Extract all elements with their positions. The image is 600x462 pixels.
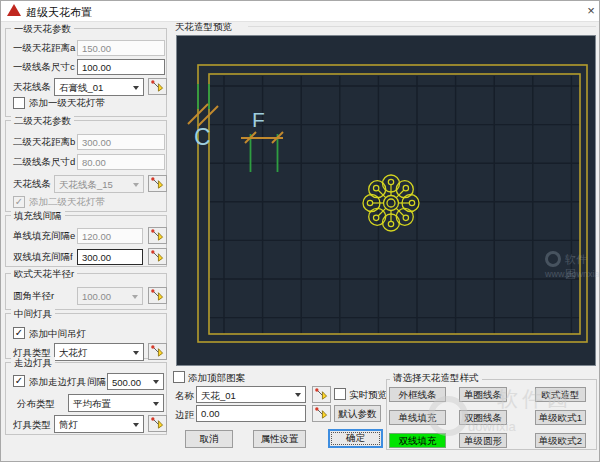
group-title: 走边灯具 (11, 357, 55, 370)
level2-distance-label: 二级天花距离b (13, 136, 75, 149)
center-light-checkbox[interactable] (13, 327, 25, 339)
level1-strip-label: 添加一级天花灯带 (29, 97, 105, 110)
pick-point-icon (150, 177, 165, 190)
level1-strip-checkbox[interactable] (13, 97, 25, 109)
combo-value: 平均布置 (73, 398, 111, 409)
level2-size-label: 二级线条尺寸d (13, 156, 75, 169)
combo-value: 天花_01 (201, 390, 236, 401)
ceiling-preview-canvas: C F 软件园 www.downxia (176, 35, 596, 366)
level2-size-field: 80.00 (77, 154, 165, 170)
edge-light-pick-button[interactable] (148, 415, 167, 432)
level1-distance-label: 一级天花距离a (13, 42, 75, 55)
edge-light-add-label: 添加走边灯具 (29, 376, 86, 389)
level1-distance-field: 150.00 (77, 40, 165, 56)
chevron-down-icon (153, 402, 159, 406)
pick-point-icon (150, 417, 165, 430)
chevron-down-icon (133, 86, 139, 90)
chevron-down-icon (133, 351, 139, 355)
center-light-pick-button[interactable] (148, 343, 167, 360)
pattern-name-label: 名称 (175, 390, 194, 403)
fill-double-pick-button[interactable] (148, 248, 167, 265)
properties-button[interactable]: 属性设置 (253, 430, 306, 448)
style-button-level1-euro2[interactable]: 单级欧式2 (535, 433, 586, 448)
style-button-outer-frame[interactable]: 外框线条 (389, 387, 446, 402)
edge-light-dist-combo[interactable]: 平均布置 (68, 394, 164, 412)
pattern-margin-pick-button[interactable] (312, 405, 331, 422)
pick-point-icon (150, 289, 165, 302)
group-level1-params: 一级天花参数 一级天花距离a 150.00 一级线条尺寸c 100.00 天花线… (5, 28, 167, 117)
corner-radius-pick-button[interactable] (148, 287, 167, 304)
level2-strip-label: 添加二级天花灯带 (29, 196, 105, 209)
group-title: 填充线间隔 (11, 210, 65, 223)
edge-light-checkbox[interactable] (13, 375, 25, 387)
center-light-add-label: 添加中间吊灯 (29, 328, 86, 341)
group-title: 中间灯具 (11, 308, 55, 321)
style-button-single-ring[interactable]: 单圈线条 (459, 387, 507, 402)
level2-line-pick-button[interactable] (148, 175, 167, 192)
combo-value: 筒灯 (59, 419, 78, 430)
edge-light-dist-label: 分布类型 (17, 398, 55, 411)
chevron-down-icon (133, 183, 139, 187)
pick-point-icon (150, 229, 165, 242)
chevron-down-icon (153, 380, 159, 384)
fill-single-field: 120.00 (77, 228, 143, 244)
pick-point-icon (150, 250, 165, 263)
ok-button[interactable]: 确定 (328, 429, 383, 448)
combo-value: 100.00 (82, 291, 111, 302)
dim-letter-c: C (194, 124, 211, 150)
style-button-double-fill-selected[interactable]: 双线填充 (389, 433, 446, 448)
edge-light-gap-combo[interactable]: 500.00 (107, 373, 164, 390)
pick-point-icon (314, 407, 329, 420)
edge-light-type-label: 灯具类型 (13, 419, 51, 432)
level1-size-field[interactable]: 100.00 (77, 59, 165, 75)
preview-group-line (248, 26, 596, 27)
level2-distance-field: 300.00 (77, 134, 165, 150)
pattern-name-pick-button[interactable] (312, 386, 331, 403)
combo-value: 大花灯 (59, 347, 88, 358)
fill-single-pick-button[interactable] (148, 227, 167, 244)
combo-value: 500.00 (112, 377, 141, 388)
cancel-button[interactable]: 取消 (185, 430, 233, 448)
pattern-name-combo[interactable]: 天花_01 (196, 386, 306, 403)
live-preview-checkbox[interactable] (334, 388, 346, 400)
pick-point-icon (150, 80, 165, 93)
style-button-single-fill[interactable]: 单线填充 (389, 410, 446, 425)
style-button-level1-circle[interactable]: 单级圆形 (459, 433, 507, 448)
window-title: 超级天花布置 (26, 5, 92, 20)
group-title: 二级天花参数 (11, 115, 74, 128)
chevron-down-icon (132, 295, 138, 299)
pattern-margin-field[interactable]: 0.00 (196, 405, 306, 422)
fill-double-field[interactable]: 300.00 (77, 249, 143, 265)
level1-size-label: 一级线条尺寸c (13, 61, 75, 74)
chevron-down-icon (133, 423, 139, 427)
styles-title: 请选择天花造型样式 (390, 372, 482, 385)
level2-strip-checkbox (13, 196, 25, 208)
default-params-button[interactable]: 默认参数 (334, 405, 381, 422)
group-level2-params: 二级天花参数 二级天花距离b 300.00 二级线条尺寸d 80.00 天花线条… (5, 120, 167, 212)
edge-light-gap-label: 间隔 (87, 376, 106, 389)
fill-single-label: 单线填充间隔e (13, 230, 75, 243)
pick-point-icon (314, 388, 329, 401)
center-light-type-combo[interactable]: 大花灯 (54, 343, 144, 361)
chevron-down-icon (295, 393, 301, 397)
close-icon[interactable]: × (583, 3, 599, 18)
pick-point-icon (150, 345, 165, 358)
level1-line-pick-button[interactable] (148, 78, 167, 95)
pattern-margin-label: 边距 (175, 409, 194, 422)
dim-letter-f: F (252, 108, 265, 131)
style-button-euro-shape[interactable]: 欧式造型 (535, 387, 586, 402)
style-button-level1-euro1[interactable]: 单级欧式1 (535, 410, 586, 425)
group-title: 欧式天花半径r (11, 268, 77, 281)
level2-line-combo: 天花线条_15 (54, 175, 144, 193)
group-fill-spacing: 填充线间隔 单线填充间隔e 120.00 双线填充间隔f 300.00 (5, 215, 167, 267)
edge-light-type-combo[interactable]: 筒灯 (54, 415, 144, 433)
group-center-light: 中间灯具 添加中间吊灯 灯具类型 大花灯 (5, 313, 167, 359)
group-title: 一级天花参数 (11, 23, 74, 36)
combo-value: 天花线条_15 (59, 179, 113, 190)
group-euro-radius: 欧式天花半径r 圆角半径r 100.00 (5, 273, 167, 310)
top-pattern-checkbox[interactable] (173, 371, 185, 383)
live-preview-label: 实时预览 (349, 389, 387, 402)
style-button-double-ring[interactable]: 双圈线条 (459, 410, 507, 425)
level1-line-combo[interactable]: 石膏线_01 (54, 78, 144, 96)
cad-drawing: C F (177, 36, 595, 365)
